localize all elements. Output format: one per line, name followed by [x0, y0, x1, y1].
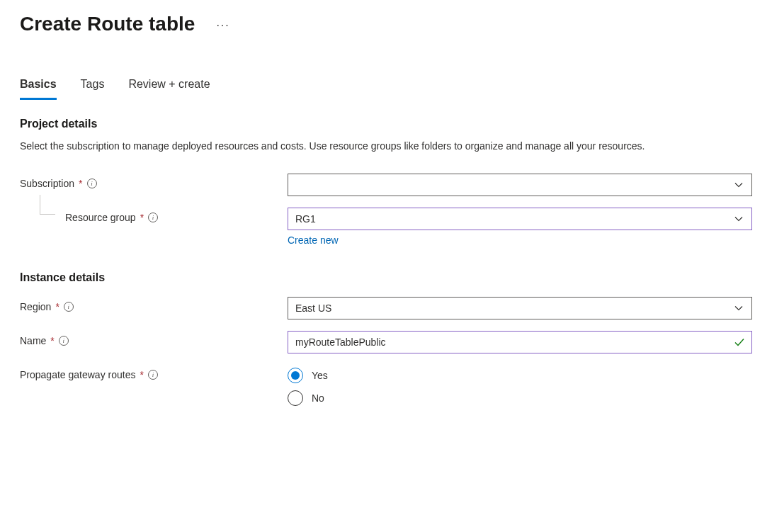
required-indicator: *: [140, 212, 144, 223]
required-indicator: *: [55, 301, 59, 312]
subscription-label-col: Subscription * i: [20, 174, 288, 189]
chevron-down-icon: [734, 182, 743, 188]
page-title: Create Route table: [20, 13, 195, 35]
chevron-down-icon: [734, 216, 743, 222]
resource-group-value: RG1: [295, 213, 316, 225]
required-indicator: *: [79, 178, 82, 189]
name-label: Name: [20, 335, 46, 346]
propagate-radio-no[interactable]: No: [288, 390, 752, 406]
subscription-control: [288, 174, 752, 196]
resource-group-label-col: Resource group * i: [20, 208, 288, 223]
tab-review-create[interactable]: Review + create: [128, 78, 210, 100]
propagate-radio-group: Yes No: [288, 365, 752, 406]
name-input[interactable]: [288, 331, 752, 353]
info-icon[interactable]: i: [59, 336, 69, 346]
radio-yes-label: Yes: [312, 370, 328, 381]
resource-group-control: RG1 Create new: [288, 208, 752, 246]
create-new-link[interactable]: Create new: [288, 234, 339, 246]
instance-details-heading: Instance details: [20, 271, 752, 284]
resource-group-label: Resource group: [65, 212, 136, 223]
required-indicator: *: [50, 335, 54, 346]
page-header: Create Route table ···: [20, 13, 752, 35]
radio-icon: [288, 390, 303, 406]
tab-bar: Basics Tags Review + create: [20, 78, 752, 101]
region-control: East US: [288, 297, 752, 319]
propagate-control: Yes No: [288, 365, 752, 406]
name-row: Name * i: [20, 331, 752, 353]
propagate-label-col: Propagate gateway routes * i: [20, 365, 288, 380]
subscription-row: Subscription * i: [20, 174, 752, 196]
resource-group-select[interactable]: RG1: [288, 208, 752, 230]
info-icon[interactable]: i: [87, 179, 97, 188]
region-label: Region: [20, 301, 51, 312]
propagate-row: Propagate gateway routes * i Yes No: [20, 365, 752, 406]
region-value: East US: [295, 302, 331, 314]
region-select[interactable]: East US: [288, 297, 752, 319]
info-icon[interactable]: i: [64, 302, 74, 312]
name-label-col: Name * i: [20, 331, 288, 346]
info-icon[interactable]: i: [148, 370, 158, 380]
more-icon[interactable]: ···: [216, 16, 229, 32]
region-row: Region * i East US: [20, 297, 752, 319]
radio-icon: [288, 368, 303, 383]
required-indicator: *: [140, 369, 143, 380]
indent-connector: [40, 195, 55, 215]
tab-basics[interactable]: Basics: [20, 78, 57, 100]
radio-no-label: No: [312, 392, 324, 404]
subscription-label: Subscription: [20, 178, 74, 189]
radio-inner-icon: [291, 371, 300, 380]
project-details-heading: Project details: [20, 118, 752, 130]
info-icon[interactable]: i: [148, 213, 158, 222]
tab-tags[interactable]: Tags: [81, 78, 105, 100]
resource-group-row: Resource group * i RG1 Create new: [20, 208, 752, 246]
propagate-radio-yes[interactable]: Yes: [288, 368, 752, 383]
propagate-label: Propagate gateway routes: [20, 369, 135, 380]
region-label-col: Region * i: [20, 297, 288, 312]
name-control: [288, 331, 752, 353]
chevron-down-icon: [734, 305, 743, 311]
subscription-select[interactable]: [288, 174, 752, 196]
project-details-description: Select the subscription to manage deploy…: [20, 139, 728, 154]
